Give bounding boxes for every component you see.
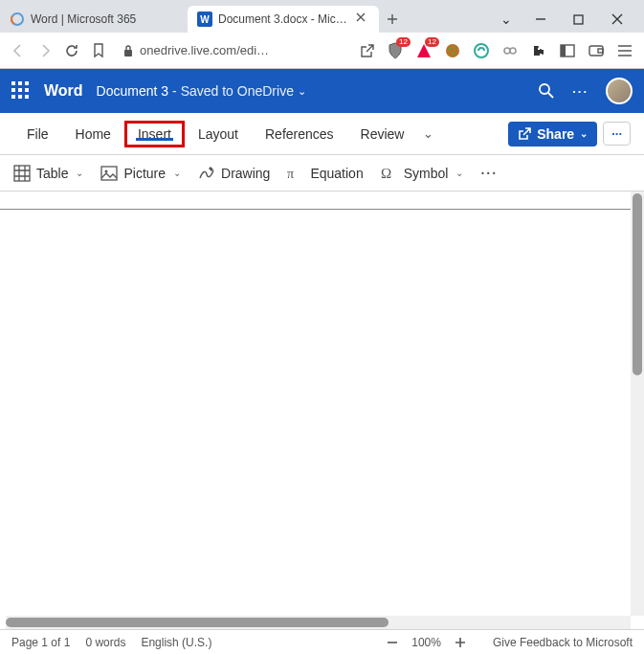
vertical-scrollbar[interactable] [631,192,644,616]
picture-button[interactable]: Picture ⌄ [100,165,181,182]
search-icon[interactable] [538,82,555,100]
table-icon [13,165,31,182]
browser-tab-title: Document 3.docx - Micros [218,12,350,26]
svg-point-6 [446,44,459,57]
extension-a-icon[interactable]: 12 [414,41,433,60]
svg-point-26 [540,84,549,94]
horizontal-scrollbar[interactable] [6,616,631,629]
tab-file[interactable]: File [13,121,62,147]
minimize-icon[interactable] [535,13,554,25]
maximize-icon[interactable] [573,14,592,25]
page-count[interactable]: Page 1 of 1 [11,636,70,649]
svg-rect-19 [25,81,29,85]
word-app-name: Word [44,82,83,100]
table-button[interactable]: Table ⌄ [13,165,83,182]
browser-tab-document[interactable]: W Document 3.docx - Micros [188,6,379,33]
svg-point-9 [453,52,455,54]
share-button[interactable]: Share ⌄ [508,122,597,147]
svg-rect-23 [11,95,15,99]
scroll-thumb[interactable] [6,618,389,627]
chevron-down-icon: ⌄ [580,128,588,139]
ribbon-tabs: File Home Insert Layout References Revie… [0,113,644,155]
more-icon[interactable]: ··· [572,84,588,99]
tab-references[interactable]: References [252,121,347,147]
drawing-button[interactable]: Drawing [198,165,270,182]
ribbon-toolbar: Table ⌄ Picture ⌄ Drawing π Equation Ω S… [0,155,644,192]
equation-button[interactable]: π Equation [287,165,363,182]
extensions-puzzle-icon[interactable] [529,41,548,60]
close-tab-icon[interactable] [356,12,369,26]
browser-tab-title: Word | Microsoft 365 [31,12,178,26]
svg-rect-22 [25,88,29,92]
status-bar: Page 1 of 1 0 words English (U.S.) 100% … [0,629,644,654]
extension-chain-icon[interactable] [500,41,520,60]
word-count[interactable]: 0 words [85,636,125,649]
brave-badge: 12 [396,37,411,47]
chevron-down-icon: ⌄ [298,85,306,98]
new-tab-button[interactable] [379,6,406,33]
svg-rect-27 [14,166,30,181]
language[interactable]: English (U.S.) [141,636,211,649]
svg-rect-20 [11,88,15,92]
symbol-button[interactable]: Ω Symbol ⌄ [381,165,464,182]
tab-home[interactable]: Home [62,121,124,147]
ribbon-more-button[interactable]: ··· [603,122,631,146]
back-icon[interactable] [10,42,27,59]
svg-rect-5 [124,50,132,56]
feedback-link[interactable]: Give Feedback to Microsoft [493,636,633,649]
browser-toolbar: onedrive.live.com/edi… 12 12 [0,33,644,69]
drawing-icon [198,165,215,182]
nav-buttons [10,42,107,59]
scroll-thumb[interactable] [633,193,642,375]
brave-shields-icon[interactable]: 12 [386,41,405,60]
mode-dropdown-icon[interactable]: ⌄ [423,126,433,141]
address-bar[interactable]: onedrive.live.com/edi… [117,43,349,57]
avatar[interactable] [606,78,633,104]
browser-tab-word365[interactable]: Word | Microsoft 365 [0,6,188,33]
bookmark-icon[interactable] [90,42,107,59]
tab-layout[interactable]: Layout [185,121,252,147]
document-area [0,192,644,616]
zoom-in-button[interactable] [455,637,466,648]
url-text: onedrive.live.com/edi… [140,43,269,57]
picture-icon [100,165,118,182]
app-launcher-icon[interactable] [11,81,31,101]
svg-rect-4 [574,15,583,24]
chevron-down-icon: ⌄ [76,168,83,178]
svg-text:Ω: Ω [381,166,391,181]
lock-icon [122,44,134,57]
reload-icon[interactable] [63,42,80,59]
svg-point-12 [510,48,516,54]
browser-tab-strip: Word | Microsoft 365 W Document 3.docx -… [0,0,644,33]
svg-rect-14 [561,45,566,56]
window-controls: ⌄ [483,6,644,33]
word-favicon: W [197,11,212,27]
chevron-down-icon[interactable]: ⌄ [497,11,516,27]
browser-menu-icon[interactable] [615,41,634,60]
document-page[interactable] [0,209,631,616]
zoom-out-button[interactable] [387,637,398,648]
svg-point-10 [475,44,488,57]
extension-g-icon[interactable] [472,41,491,60]
tab-insert[interactable]: Insert [124,121,185,147]
svg-text:W: W [200,14,210,25]
close-window-icon[interactable] [611,13,631,25]
sidepanel-icon[interactable] [558,41,577,60]
svg-point-8 [454,47,455,49]
svg-rect-18 [18,81,22,85]
svg-rect-24 [18,95,22,99]
svg-point-29 [105,169,108,172]
cookie-icon[interactable] [443,41,462,60]
svg-rect-25 [25,95,29,99]
tab-review[interactable]: Review [347,121,418,147]
forward-icon[interactable] [36,42,54,59]
ribbon-overflow-button[interactable]: ··· [480,166,498,181]
document-name[interactable]: Document 3 - Saved to OneDrive ⌄ [97,83,306,99]
chevron-down-icon: ⌄ [173,168,181,178]
svg-point-11 [504,48,510,54]
extensions: 12 12 [386,41,634,60]
zoom-level[interactable]: 100% [411,636,441,649]
wallet-icon[interactable] [587,41,606,60]
a-badge: 12 [425,37,439,47]
share-url-icon[interactable] [359,42,376,59]
